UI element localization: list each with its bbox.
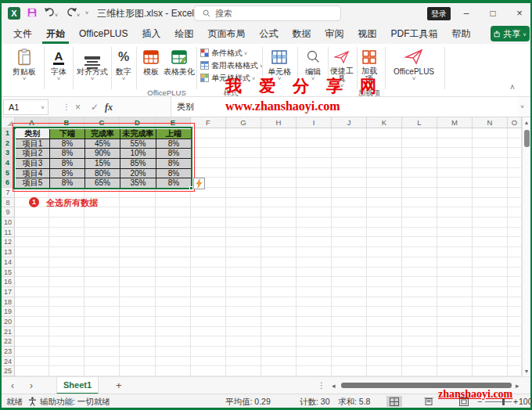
- name-box[interactable]: A1˅: [3, 99, 49, 115]
- row-header-23[interactable]: 23: [2, 347, 15, 357]
- font-group-button[interactable]: A 字体 ˅: [46, 47, 71, 94]
- table-data-cell[interactable]: 8%: [50, 139, 85, 149]
- table-data-cell[interactable]: 项目4: [16, 169, 50, 179]
- officeplus-button[interactable]: OfficePLUS ˅: [388, 47, 440, 94]
- ribbon-tab-文件[interactable]: 文件: [9, 23, 36, 44]
- addins-button[interactable]: 加载项: [358, 47, 380, 94]
- row-header-21[interactable]: 21: [2, 327, 15, 337]
- table-data-cell[interactable]: 8%: [50, 159, 85, 169]
- column-header-A[interactable]: A: [15, 117, 49, 128]
- sign-in-button[interactable]: 登录: [427, 7, 451, 20]
- row-header-25[interactable]: 25: [2, 366, 15, 376]
- scroll-up-icon[interactable]: ▴: [523, 119, 530, 126]
- qat-customize-icon[interactable]: ˅: [85, 10, 88, 16]
- table-header-cell[interactable]: 类别: [16, 129, 50, 139]
- table-header-cell[interactable]: 上端: [156, 129, 192, 139]
- row-header-10[interactable]: 10: [2, 218, 15, 228]
- column-header-K[interactable]: K: [367, 117, 402, 128]
- ribbon-tab-绘图[interactable]: 绘图: [171, 23, 197, 44]
- column-header-O[interactable]: O: [508, 117, 522, 128]
- column-header-G[interactable]: G: [226, 117, 261, 128]
- table-data-cell[interactable]: 项目2: [16, 149, 50, 159]
- vertical-scroll-thumb[interactable]: [524, 130, 530, 147]
- row-header-14[interactable]: 14: [2, 257, 15, 268]
- share-button[interactable]: 共享 ˅: [491, 26, 530, 41]
- row-header-15[interactable]: 15: [2, 268, 15, 278]
- row-header-8[interactable]: 8: [2, 198, 15, 208]
- row-header-6[interactable]: 6: [2, 178, 15, 188]
- ribbon-tab-页面布局[interactable]: 页面布局: [203, 23, 249, 44]
- zoom-level[interactable]: 100%: [519, 394, 532, 408]
- row-header-16[interactable]: 16: [2, 277, 15, 287]
- table-data-cell[interactable]: 8%: [50, 149, 85, 159]
- ribbon-tab-PDF工具箱[interactable]: PDF工具箱: [386, 23, 441, 44]
- zoom-slider-track[interactable]: [485, 401, 512, 402]
- column-header-D[interactable]: D: [120, 117, 156, 128]
- scroll-left-icon[interactable]: ◂: [332, 377, 336, 394]
- row-header-17[interactable]: 17: [2, 287, 15, 297]
- column-header-I[interactable]: I: [297, 117, 332, 128]
- ribbon-tab-OfficePLUS[interactable]: OfficePLUS: [75, 23, 131, 44]
- table-data-cell[interactable]: 8%: [50, 169, 85, 179]
- cells-group-button[interactable]: 单元格 ˅: [264, 47, 295, 94]
- table-header-cell[interactable]: 完成率: [85, 129, 120, 139]
- table-data-cell[interactable]: 项目3: [16, 159, 50, 169]
- column-header-F[interactable]: F: [191, 117, 226, 128]
- editing-group-button[interactable]: 编辑 ˅: [299, 47, 327, 94]
- row-header-22[interactable]: 22: [2, 336, 15, 347]
- collapse-ribbon-icon[interactable]: ˄: [510, 83, 515, 92]
- row-header-11[interactable]: 11: [2, 228, 15, 238]
- table-data-cell[interactable]: 8%: [50, 178, 85, 189]
- format-as-table-button[interactable]: 套用表格格式˅: [200, 59, 261, 71]
- quick-analysis-button[interactable]: [193, 178, 205, 189]
- table-beautify-button[interactable]: 表格美化: [164, 47, 195, 94]
- name-box-dropdown-icon[interactable]: ˅: [41, 105, 45, 111]
- table-data-cell[interactable]: 35%: [120, 178, 156, 189]
- insert-function-icon[interactable]: fx: [105, 99, 113, 115]
- ribbon-tab-插入[interactable]: 插入: [138, 23, 164, 44]
- table-data-cell[interactable]: 项目1: [16, 139, 50, 149]
- table-header-cell[interactable]: 下端: [50, 129, 85, 139]
- scroll-right-icon[interactable]: ▸: [516, 377, 519, 394]
- table-data-cell[interactable]: 55%: [120, 139, 156, 149]
- table-data-cell[interactable]: 8%: [156, 159, 192, 169]
- quick-tools-button[interactable]: 便捷工具 ˅: [329, 47, 355, 94]
- next-sheet-icon[interactable]: ›: [30, 377, 33, 394]
- table-data-cell[interactable]: 65%: [85, 178, 120, 189]
- table-header-cell[interactable]: 未完成率: [120, 129, 156, 139]
- search-input[interactable]: 搜索: [194, 5, 341, 21]
- maximize-button[interactable]: □: [482, 3, 504, 23]
- undo-dropdown-icon[interactable]: ˅: [55, 13, 58, 18]
- table-data-cell[interactable]: 90%: [85, 149, 120, 159]
- table-data-cell[interactable]: 20%: [120, 169, 156, 179]
- row-header-18[interactable]: 18: [2, 297, 15, 308]
- cancel-icon[interactable]: ×: [75, 99, 81, 115]
- save-icon[interactable]: [25, 7, 39, 20]
- table-data-cell[interactable]: 8%: [156, 178, 192, 189]
- zoom-in-button[interactable]: +: [513, 394, 518, 408]
- column-header-H[interactable]: H: [261, 117, 297, 128]
- vertical-scrollbar[interactable]: ▴ ▾: [522, 117, 530, 376]
- prev-sheet-icon[interactable]: ‹: [11, 377, 14, 394]
- table-data-cell[interactable]: 80%: [85, 169, 120, 179]
- select-all-corner[interactable]: [2, 117, 15, 128]
- table-data-cell[interactable]: 8%: [156, 139, 192, 149]
- table-data-cell[interactable]: 85%: [120, 159, 156, 169]
- row-header-24[interactable]: 24: [2, 357, 15, 367]
- row-header-3[interactable]: 3: [2, 148, 15, 158]
- column-header-C[interactable]: C: [84, 117, 120, 128]
- column-header-B[interactable]: B: [49, 117, 84, 128]
- alignment-group-button[interactable]: 对齐方式 ˅: [74, 47, 110, 94]
- table-data-cell[interactable]: 项目5: [16, 178, 50, 189]
- row-header-13[interactable]: 13: [2, 247, 15, 257]
- column-header-N[interactable]: N: [473, 117, 508, 128]
- page-break-view-button[interactable]: [456, 396, 472, 407]
- row-header-1[interactable]: 1: [2, 128, 15, 138]
- row-header-2[interactable]: 2: [2, 138, 15, 149]
- number-group-button[interactable]: % 数字 ˅: [111, 47, 136, 94]
- redo-dropdown-icon[interactable]: ˅: [77, 13, 80, 18]
- row-header-12[interactable]: 12: [2, 237, 15, 247]
- page-layout-view-button[interactable]: [421, 396, 437, 407]
- row-header-5[interactable]: 5: [2, 168, 15, 178]
- column-header-M[interactable]: M: [437, 117, 473, 128]
